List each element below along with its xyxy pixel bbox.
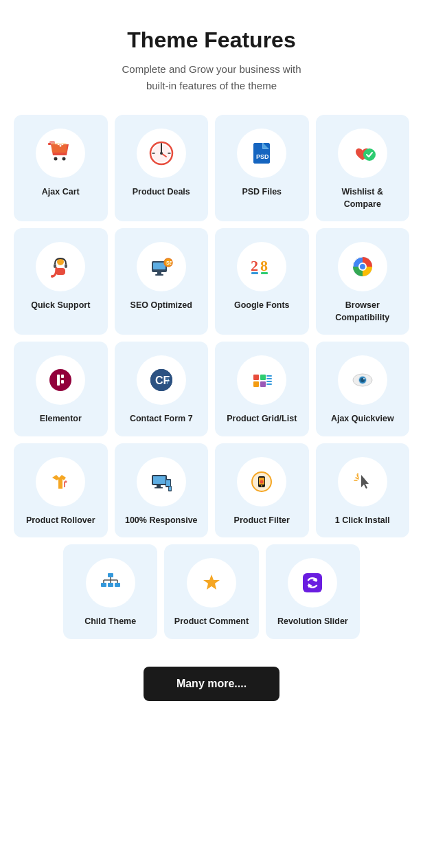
features-row-2: Quick Support SEO SEO Optimized xyxy=(14,228,409,335)
google-fonts-icon: 2 8 xyxy=(237,242,286,291)
svg-point-38 xyxy=(49,369,71,391)
product-grid-list-icon xyxy=(237,355,286,405)
quick-support-label: Quick Support xyxy=(31,300,90,312)
product-rollover-icon xyxy=(36,457,85,507)
svg-rect-84 xyxy=(108,583,113,587)
features-row-1: Ajax Cart Product Deals xyxy=(14,115,409,221)
ajax-cart-icon xyxy=(36,129,85,178)
elementor-icon xyxy=(36,355,85,405)
svg-rect-46 xyxy=(253,375,259,380)
svg-point-2 xyxy=(54,157,58,161)
svg-rect-41 xyxy=(61,380,64,383)
svg-text:PSD: PSD xyxy=(256,153,269,160)
responsive-label: 100% Responsive xyxy=(125,515,198,527)
features-row-3: Elementor CF 7 Contact Form 7 xyxy=(14,342,409,436)
quick-support-icon xyxy=(36,242,85,291)
contact-form-7-label: Contact Form 7 xyxy=(130,413,193,425)
wishlist-compare-label: Wishlist & Compare xyxy=(323,186,403,210)
feature-elementor[interactable]: Elementor xyxy=(14,342,108,436)
seo-optimized-label: SEO Optimized xyxy=(130,300,192,312)
svg-text:7: 7 xyxy=(165,378,170,386)
feature-wishlist-compare[interactable]: Wishlist & Compare xyxy=(316,115,410,221)
feature-product-grid-list[interactable]: Product Grid/List xyxy=(215,342,309,436)
click-install-icon xyxy=(338,457,387,507)
svg-rect-21 xyxy=(54,264,56,268)
svg-rect-85 xyxy=(115,583,120,587)
feature-ajax-cart[interactable]: Ajax Cart xyxy=(14,115,108,221)
many-more-button[interactable]: Many more.... xyxy=(144,667,279,701)
features-row-5: Child Theme Product Comment xyxy=(63,544,360,639)
svg-rect-77 xyxy=(108,573,113,577)
svg-marker-86 xyxy=(203,575,220,590)
browser-compat-label: Browser Compatibility xyxy=(323,300,403,324)
contact-form-7-icon: CF 7 xyxy=(137,355,186,405)
svg-rect-32 xyxy=(251,272,258,274)
svg-point-71 xyxy=(261,485,262,487)
svg-rect-40 xyxy=(61,375,64,378)
product-filter-label: Product Filter xyxy=(234,515,290,527)
svg-rect-24 xyxy=(153,263,165,269)
svg-point-72 xyxy=(260,480,264,483)
product-comment-label: Product Comment xyxy=(174,616,249,628)
ajax-cart-label: Ajax Cart xyxy=(42,186,80,199)
feature-product-filter[interactable]: Product Filter xyxy=(215,443,309,538)
section-subtitle: Complete and Grow your business with bui… xyxy=(122,61,301,94)
google-fonts-label: Google Fonts xyxy=(234,300,290,312)
svg-rect-53 xyxy=(260,381,266,387)
svg-rect-52 xyxy=(253,381,259,387)
product-rollover-label: Product Rollover xyxy=(26,515,95,527)
product-filter-icon xyxy=(237,457,286,507)
feature-seo-optimized[interactable]: SEO SEO Optimized xyxy=(115,228,209,335)
feature-browser-compat[interactable]: Browser Compatibility xyxy=(316,228,410,335)
product-comment-icon xyxy=(187,558,236,608)
responsive-icon xyxy=(137,457,186,507)
svg-rect-61 xyxy=(157,485,161,487)
svg-point-20 xyxy=(51,275,54,278)
features-row-4: Product Rollover 100% Responsiv xyxy=(14,443,409,538)
feature-quick-support[interactable]: Quick Support xyxy=(14,228,108,335)
product-deals-label: Product Deals xyxy=(133,186,190,199)
svg-point-5 xyxy=(60,145,62,147)
feature-revolution-slider[interactable]: Revolution Slider xyxy=(266,544,360,639)
product-deals-icon xyxy=(137,129,186,178)
svg-rect-22 xyxy=(65,264,67,268)
feature-product-rollover[interactable]: Product Rollover xyxy=(14,443,108,538)
revolution-slider-label: Revolution Slider xyxy=(277,616,348,628)
svg-rect-39 xyxy=(57,375,60,386)
svg-rect-64 xyxy=(166,480,170,486)
svg-rect-33 xyxy=(261,272,268,274)
svg-text:2: 2 xyxy=(251,257,258,274)
svg-rect-60 xyxy=(153,476,165,484)
svg-point-17 xyxy=(363,148,376,161)
ajax-quickview-label: Ajax Quickview xyxy=(331,413,394,425)
seo-optimized-icon: SEO xyxy=(137,242,186,291)
revolution-slider-icon xyxy=(288,558,337,608)
browser-compat-icon xyxy=(338,242,387,291)
svg-point-3 xyxy=(62,157,66,161)
click-install-label: 1 Click Install xyxy=(335,515,390,527)
svg-point-37 xyxy=(360,264,365,269)
product-grid-list-label: Product Grid/List xyxy=(227,413,297,425)
svg-rect-87 xyxy=(303,573,322,592)
elementor-label: Elementor xyxy=(40,413,82,425)
svg-rect-25 xyxy=(157,272,161,274)
page-wrapper: Theme Features Complete and Grow your bu… xyxy=(0,0,423,728)
feature-contact-form-7[interactable]: CF 7 Contact Form 7 xyxy=(115,342,209,436)
svg-rect-26 xyxy=(155,274,163,276)
svg-rect-62 xyxy=(155,487,163,489)
feature-psd-files[interactable]: PSD PSD Files xyxy=(215,115,309,221)
feature-click-install[interactable]: 1 Click Install xyxy=(316,443,410,538)
feature-product-deals[interactable]: Product Deals xyxy=(115,115,209,221)
svg-rect-47 xyxy=(260,375,266,380)
feature-google-fonts[interactable]: 2 8 Google Fonts xyxy=(215,228,309,335)
feature-ajax-quickview[interactable]: Ajax Quickview xyxy=(316,342,410,436)
svg-text:8: 8 xyxy=(260,257,268,274)
child-theme-label: Child Theme xyxy=(84,616,136,628)
svg-rect-66 xyxy=(169,487,171,491)
feature-responsive[interactable]: 100% Responsive xyxy=(115,443,209,538)
child-theme-icon xyxy=(86,558,135,608)
section-title: Theme Features xyxy=(127,27,295,53)
feature-child-theme[interactable]: Child Theme xyxy=(63,544,157,639)
feature-product-comment[interactable]: Product Comment xyxy=(164,544,258,639)
wishlist-compare-icon xyxy=(338,129,387,178)
